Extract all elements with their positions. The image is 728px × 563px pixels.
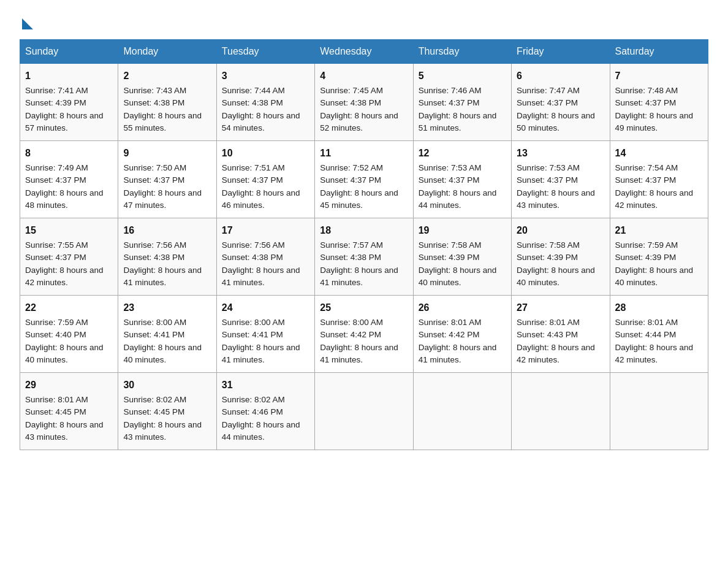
day-number: 26 — [419, 301, 506, 315]
logo — [20, 15, 33, 27]
calendar-cell: 16Sunrise: 7:56 AMSunset: 4:38 PMDayligh… — [118, 218, 216, 296]
day-number: 28 — [615, 301, 703, 315]
calendar-cell: 21Sunrise: 7:59 AMSunset: 4:39 PMDayligh… — [610, 218, 708, 296]
calendar-cell: 6Sunrise: 7:47 AMSunset: 4:37 PMDaylight… — [512, 64, 610, 141]
day-number: 7 — [615, 69, 703, 83]
calendar-cell: 15Sunrise: 7:55 AMSunset: 4:37 PMDayligh… — [20, 218, 118, 296]
day-number: 1 — [25, 69, 113, 83]
calendar-cell — [512, 373, 610, 450]
day-number: 22 — [25, 301, 113, 315]
day-number: 24 — [222, 301, 309, 315]
week-row: 8Sunrise: 7:49 AMSunset: 4:37 PMDaylight… — [20, 141, 708, 218]
calendar-cell: 26Sunrise: 8:01 AMSunset: 4:42 PMDayligh… — [413, 296, 511, 373]
day-number: 8 — [25, 146, 113, 161]
day-number: 20 — [517, 223, 604, 238]
calendar-cell — [610, 373, 708, 450]
day-number: 10 — [222, 146, 309, 161]
week-row: 1Sunrise: 7:41 AMSunset: 4:39 PMDaylight… — [20, 64, 708, 141]
calendar-cell: 11Sunrise: 7:52 AMSunset: 4:37 PMDayligh… — [315, 141, 413, 218]
calendar-cell — [315, 373, 413, 450]
col-header-monday: Monday — [118, 40, 216, 64]
day-number: 5 — [419, 69, 506, 83]
day-number: 2 — [123, 69, 211, 83]
calendar-cell: 14Sunrise: 7:54 AMSunset: 4:37 PMDayligh… — [610, 141, 708, 218]
day-number: 31 — [222, 378, 309, 393]
day-number: 29 — [25, 378, 113, 393]
day-number: 9 — [123, 146, 211, 161]
col-header-tuesday: Tuesday — [216, 40, 314, 64]
calendar-cell: 25Sunrise: 8:00 AMSunset: 4:42 PMDayligh… — [315, 296, 413, 373]
calendar-cell: 3Sunrise: 7:44 AMSunset: 4:38 PMDaylight… — [216, 64, 314, 141]
calendar-cell: 20Sunrise: 7:58 AMSunset: 4:39 PMDayligh… — [512, 218, 610, 296]
week-row: 29Sunrise: 8:01 AMSunset: 4:45 PMDayligh… — [20, 373, 708, 450]
day-number: 27 — [517, 301, 604, 315]
day-number: 14 — [615, 146, 703, 161]
day-number: 25 — [320, 301, 408, 315]
calendar-cell: 8Sunrise: 7:49 AMSunset: 4:37 PMDaylight… — [20, 141, 118, 218]
col-header-friday: Friday — [512, 40, 610, 64]
day-number: 30 — [123, 378, 211, 393]
day-number: 13 — [517, 146, 604, 161]
calendar-cell: 5Sunrise: 7:46 AMSunset: 4:37 PMDaylight… — [413, 64, 511, 141]
calendar-table: SundayMondayTuesdayWednesdayThursdayFrid… — [20, 39, 708, 450]
calendar-cell: 30Sunrise: 8:02 AMSunset: 4:45 PMDayligh… — [118, 373, 216, 450]
day-number: 4 — [320, 69, 408, 83]
day-number: 15 — [25, 223, 113, 238]
day-number: 16 — [123, 223, 211, 238]
calendar-cell: 4Sunrise: 7:45 AMSunset: 4:38 PMDaylight… — [315, 64, 413, 141]
calendar-cell: 9Sunrise: 7:50 AMSunset: 4:37 PMDaylight… — [118, 141, 216, 218]
week-row: 15Sunrise: 7:55 AMSunset: 4:37 PMDayligh… — [20, 218, 708, 296]
calendar-cell: 22Sunrise: 7:59 AMSunset: 4:40 PMDayligh… — [20, 296, 118, 373]
day-number: 18 — [320, 223, 408, 238]
day-number: 19 — [419, 223, 506, 238]
day-number: 17 — [222, 223, 309, 238]
calendar-cell: 19Sunrise: 7:58 AMSunset: 4:39 PMDayligh… — [413, 218, 511, 296]
day-number: 21 — [615, 223, 703, 238]
calendar-cell: 23Sunrise: 8:00 AMSunset: 4:41 PMDayligh… — [118, 296, 216, 373]
logo-triangle-icon — [22, 18, 33, 29]
day-number: 6 — [517, 69, 604, 83]
week-row: 22Sunrise: 7:59 AMSunset: 4:40 PMDayligh… — [20, 296, 708, 373]
day-number: 11 — [320, 146, 408, 161]
calendar-cell: 1Sunrise: 7:41 AMSunset: 4:39 PMDaylight… — [20, 64, 118, 141]
calendar-cell: 7Sunrise: 7:48 AMSunset: 4:37 PMDaylight… — [610, 64, 708, 141]
calendar-cell: 27Sunrise: 8:01 AMSunset: 4:43 PMDayligh… — [512, 296, 610, 373]
calendar-cell: 31Sunrise: 8:02 AMSunset: 4:46 PMDayligh… — [216, 373, 314, 450]
calendar-cell: 17Sunrise: 7:56 AMSunset: 4:38 PMDayligh… — [216, 218, 314, 296]
calendar-cell — [413, 373, 511, 450]
calendar-cell: 10Sunrise: 7:51 AMSunset: 4:37 PMDayligh… — [216, 141, 314, 218]
day-number: 23 — [123, 301, 211, 315]
calendar-cell: 18Sunrise: 7:57 AMSunset: 4:38 PMDayligh… — [315, 218, 413, 296]
calendar-cell: 28Sunrise: 8:01 AMSunset: 4:44 PMDayligh… — [610, 296, 708, 373]
day-number: 3 — [222, 69, 309, 83]
col-header-wednesday: Wednesday — [315, 40, 413, 64]
col-header-thursday: Thursday — [413, 40, 511, 64]
calendar-header-row: SundayMondayTuesdayWednesdayThursdayFrid… — [20, 40, 708, 64]
calendar-cell: 29Sunrise: 8:01 AMSunset: 4:45 PMDayligh… — [20, 373, 118, 450]
calendar-cell: 13Sunrise: 7:53 AMSunset: 4:37 PMDayligh… — [512, 141, 610, 218]
col-header-saturday: Saturday — [610, 40, 708, 64]
calendar-cell: 24Sunrise: 8:00 AMSunset: 4:41 PMDayligh… — [216, 296, 314, 373]
calendar-cell: 2Sunrise: 7:43 AMSunset: 4:38 PMDaylight… — [118, 64, 216, 141]
day-number: 12 — [419, 146, 506, 161]
col-header-sunday: Sunday — [20, 40, 118, 64]
calendar-cell: 12Sunrise: 7:53 AMSunset: 4:37 PMDayligh… — [413, 141, 511, 218]
page-header — [20, 15, 708, 27]
